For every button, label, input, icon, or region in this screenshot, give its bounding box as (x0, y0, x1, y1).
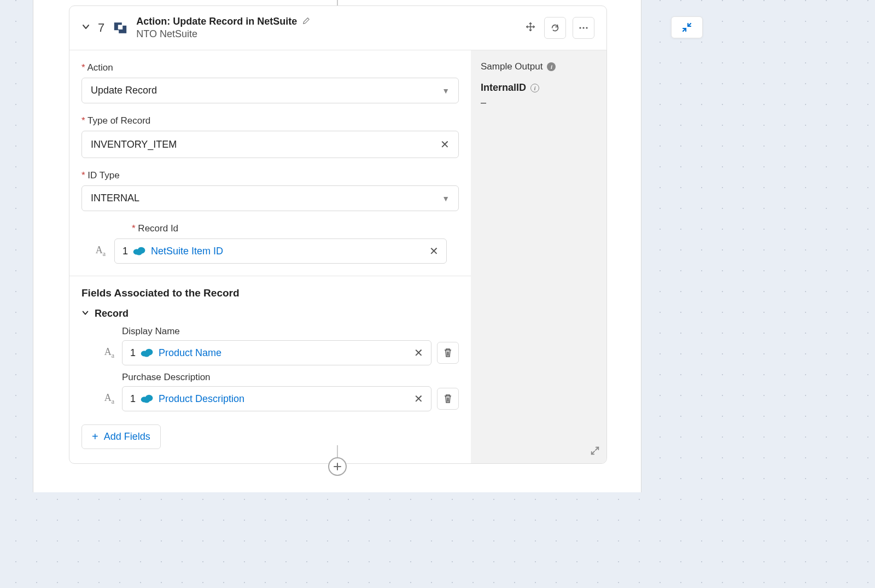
purchase-description-input[interactable]: 1 Product Description ✕ (122, 386, 431, 411)
fields-section-heading: Fields Associated to the Record (69, 276, 471, 301)
form-column: * Action Update Record ▼ * Type of Recor… (69, 50, 471, 463)
svg-point-8 (136, 249, 142, 255)
step-header-actions (523, 17, 594, 39)
svg-point-11 (143, 351, 150, 357)
clear-recordid-icon[interactable]: ✕ (429, 244, 439, 258)
action-select[interactable]: Update Record ▼ (81, 78, 459, 103)
chevron-down-icon: ▼ (442, 86, 450, 95)
step-action-title: Action: Update Record in NetSuite (136, 16, 297, 27)
info-icon[interactable]: i (530, 84, 539, 92)
add-step-button[interactable] (328, 457, 347, 476)
step-number: 7 (98, 21, 104, 35)
step-card: 7 Action: Update Record in NetSuite NTO … (69, 5, 607, 464)
salesforce-cloud-icon (132, 246, 147, 256)
display-name-input[interactable]: 1 Product Name ✕ (122, 340, 431, 365)
svg-rect-2 (118, 25, 122, 29)
pill-text: Product Name (159, 347, 221, 359)
refresh-step-button[interactable] (544, 17, 566, 39)
recordid-label: * Record Id (112, 223, 459, 234)
sample-output-key: InternalID (481, 82, 526, 94)
add-fields-button[interactable]: + Add Fields (81, 424, 161, 449)
salesforce-cloud-icon (140, 394, 154, 404)
step-action-title-row: Action: Update Record in NetSuite (136, 16, 516, 27)
type-label: * Type of Record (81, 115, 459, 126)
idtype-select[interactable]: INTERNAL ▼ (81, 185, 459, 211)
netsuite-logo-icon (112, 20, 129, 36)
info-icon[interactable]: i (547, 62, 556, 71)
delete-field-button[interactable] (437, 388, 459, 410)
chevron-down-icon (81, 309, 89, 318)
display-name-label: Display Name (102, 326, 459, 337)
chevron-down-icon: ▼ (442, 194, 450, 203)
idtype-label: * ID Type (81, 170, 459, 181)
pill-text: Product Description (159, 393, 244, 405)
expand-panel-icon[interactable] (590, 446, 600, 458)
sample-output-panel: Sample Output i InternalID i – (471, 50, 606, 463)
action-field-group: * Action Update Record ▼ (69, 62, 471, 103)
text-type-icon: Aa (94, 244, 108, 258)
svg-point-14 (143, 397, 150, 403)
type-input[interactable]: INVENTORY_ITEM ✕ (81, 131, 459, 158)
record-toggle-label: Record (95, 308, 129, 319)
sample-output-title: Sample Output (481, 61, 542, 72)
plus-icon: + (92, 430, 98, 443)
field-row-purchase-description: Purchase Description Aa 1 Product Descri… (69, 369, 471, 415)
recordid-field-group: * Record Id Aa 1 NetSuite Item ID ✕ (69, 223, 471, 264)
add-fields-label: Add Fields (104, 431, 150, 443)
pill-number: 1 (130, 347, 136, 359)
svg-point-5 (586, 27, 587, 28)
recordid-input[interactable]: 1 NetSuite Item ID ✕ (114, 238, 447, 264)
idtype-field-group: * ID Type INTERNAL ▼ (69, 170, 471, 211)
recordid-pill-number: 1 (122, 246, 128, 257)
text-type-icon: Aa (102, 346, 116, 360)
sample-output-value: – (481, 97, 597, 108)
step-header: 7 Action: Update Record in NetSuite NTO … (69, 6, 606, 50)
salesforce-cloud-icon (140, 348, 154, 358)
sample-output-title-row: Sample Output i (481, 61, 597, 72)
step-title-block: Action: Update Record in NetSuite NTO Ne… (136, 16, 516, 40)
collapse-all-button[interactable] (671, 16, 703, 38)
step-connection-name: NTO NetSuite (136, 28, 516, 40)
edit-title-icon[interactable] (302, 17, 310, 26)
clear-pill-icon[interactable]: ✕ (414, 346, 423, 359)
move-step-icon[interactable] (523, 20, 538, 37)
clear-type-icon[interactable]: ✕ (440, 138, 450, 151)
recordid-pill-text: NetSuite Item ID (151, 246, 223, 257)
collapse-step-icon[interactable] (81, 22, 90, 33)
sample-output-key-row: InternalID i (481, 82, 597, 94)
purchase-description-label: Purchase Description (102, 372, 459, 383)
svg-point-4 (582, 27, 584, 28)
delete-field-button[interactable] (437, 342, 459, 364)
step-body: * Action Update Record ▼ * Type of Recor… (69, 50, 606, 463)
svg-point-3 (579, 27, 581, 28)
action-value: Update Record (91, 85, 157, 96)
type-value: INVENTORY_ITEM (91, 139, 177, 150)
pill-number: 1 (130, 393, 136, 405)
field-row-display-name: Display Name Aa 1 Product Name ✕ (69, 323, 471, 369)
more-step-button[interactable] (573, 17, 594, 39)
record-expand-toggle[interactable]: Record (69, 301, 471, 323)
clear-pill-icon[interactable]: ✕ (414, 392, 423, 405)
connector-line-top (337, 0, 338, 5)
idtype-value: INTERNAL (91, 193, 139, 204)
text-type-icon: Aa (102, 392, 116, 406)
action-label: * Action (81, 62, 459, 73)
type-field-group: * Type of Record INVENTORY_ITEM ✕ (69, 115, 471, 158)
